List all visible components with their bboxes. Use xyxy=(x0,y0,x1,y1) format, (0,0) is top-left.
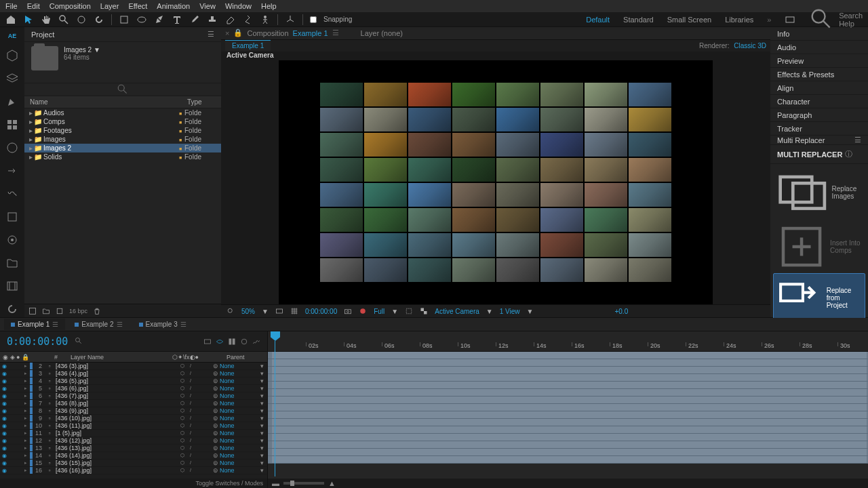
view-count[interactable]: 1 View xyxy=(500,308,520,315)
flowchart-icon[interactable] xyxy=(585,307,593,315)
zoom-level[interactable]: 50% xyxy=(241,308,255,315)
panel-character[interactable]: Character xyxy=(770,95,868,108)
resolution[interactable]: Full xyxy=(374,308,384,315)
trash-icon[interactable] xyxy=(93,307,101,315)
project-item-images[interactable]: ▸📁ImagesFolde xyxy=(24,135,221,144)
comp-breadcrumb-name[interactable]: Example 1 xyxy=(293,29,328,37)
grid-icon[interactable] xyxy=(5,118,19,131)
layer-row[interactable]: ◉▸13▫[436 (13).jpg]⬡/⊚None▾ xyxy=(0,445,267,452)
frame-blend-icon[interactable] xyxy=(228,337,236,346)
layer-row[interactable]: ◉▸15▫[436 (15).jpg]⬡/⊚None▾ xyxy=(0,460,267,467)
layer-row[interactable]: ◉▸8▫[436 (9).jpg]⬡/⊚None▾ xyxy=(0,407,267,415)
insert-into-comps-button[interactable]: Insert Into Comps xyxy=(777,220,861,273)
grid-toggle-icon[interactable] xyxy=(290,307,298,315)
link-icon[interactable] xyxy=(5,187,19,201)
region-icon[interactable] xyxy=(405,307,413,315)
composition-canvas[interactable] xyxy=(279,60,713,304)
channel-icon[interactable] xyxy=(359,307,367,315)
project-search[interactable] xyxy=(24,83,221,96)
workspace-standard[interactable]: Standard xyxy=(623,16,654,24)
time-ruler[interactable]: 02s04s06s08s10s12s14s16s18s20s22s24s26s2… xyxy=(268,342,868,352)
menu-window[interactable]: Window xyxy=(225,2,252,10)
col-name[interactable]: Name xyxy=(24,98,171,106)
layer-row[interactable]: ◉▸7▫[436 (8).jpg]⬡/⊚None▾ xyxy=(0,400,267,407)
text-tool-icon[interactable] xyxy=(172,14,182,25)
panel-effects---presets[interactable]: Effects & Presets xyxy=(770,68,868,81)
comp-mini-icon[interactable] xyxy=(203,337,212,346)
parent-col[interactable]: Parent xyxy=(226,354,267,361)
search-help[interactable]: Search Help xyxy=(809,7,863,33)
layer-row[interactable]: ◉▸12▫[436 (12).jpg]⬡/⊚None▾ xyxy=(0,437,267,445)
playhead[interactable] xyxy=(271,331,280,341)
hand-tool-icon[interactable] xyxy=(41,14,52,25)
bit-depth[interactable]: 16 bpc xyxy=(69,308,87,314)
snapping-checkbox[interactable] xyxy=(310,16,317,23)
panel-align[interactable]: Align xyxy=(770,81,868,95)
motion-blur-icon[interactable] xyxy=(240,337,248,346)
replace-images-button[interactable]: Replace Images xyxy=(777,165,861,220)
stamp-tool-icon[interactable] xyxy=(207,14,218,25)
layer-row[interactable]: ◉▸2▫[436 (3).jpg]⬡/⊚None▾ xyxy=(0,363,267,370)
exposure[interactable]: +0.0 xyxy=(614,308,628,315)
layer-row[interactable]: ◉▸11▫[1 (5).jpg]⬡/⊚None▾ xyxy=(0,430,267,437)
layer-row[interactable]: ◉▸5▫[436 (6).jpg]⬡/⊚None▾ xyxy=(0,385,267,392)
rect-tool-icon[interactable] xyxy=(119,14,130,25)
panel-tracker[interactable]: Tracker xyxy=(770,122,868,136)
orbit-tool-icon[interactable] xyxy=(76,14,87,25)
mag-icon[interactable] xyxy=(226,307,235,315)
timeline-tab-1[interactable]: Example 1☰ xyxy=(4,319,65,330)
zoom-in-icon[interactable]: ▲ xyxy=(328,479,336,487)
zoom-tool-icon[interactable] xyxy=(58,14,69,25)
layer-tab[interactable]: Layer (none) xyxy=(361,29,403,37)
renderer-value[interactable]: Classic 3D xyxy=(734,42,766,49)
fast-preview-icon[interactable] xyxy=(555,307,563,315)
folder-rail-icon[interactable] xyxy=(5,256,19,270)
timeline-tracks[interactable] xyxy=(268,352,868,479)
camera-select[interactable]: Active Camera xyxy=(435,308,479,315)
new-folder-icon[interactable] xyxy=(42,307,50,315)
timeline-search-icon[interactable] xyxy=(75,337,83,346)
new-comp-icon[interactable] xyxy=(56,307,64,315)
workspace-default[interactable]: Default xyxy=(586,16,610,24)
menu-help[interactable]: Help xyxy=(261,2,277,10)
layer-row[interactable]: ◉▸4▫[436 (5).jpg]⬡/⊚None▾ xyxy=(0,378,267,385)
snapshot-icon[interactable] xyxy=(344,307,352,315)
res-icon[interactable] xyxy=(275,307,283,315)
layer-row[interactable]: ◉▸10▫[436 (11).jpg]⬡/⊚None▾ xyxy=(0,422,267,430)
eraser-tool-icon[interactable] xyxy=(224,14,235,25)
col-type[interactable]: Type xyxy=(187,98,221,106)
panel-preview[interactable]: Preview xyxy=(770,54,868,68)
zoom-slider[interactable] xyxy=(283,482,324,485)
brush-tool-icon[interactable] xyxy=(189,14,200,25)
pixel-icon[interactable] xyxy=(540,307,548,315)
target-icon[interactable] xyxy=(5,233,19,247)
interpret-icon[interactable] xyxy=(28,307,37,315)
menu-view[interactable]: View xyxy=(199,2,216,10)
rotate-tool-icon[interactable] xyxy=(94,14,104,25)
workspace-small[interactable]: Small Screen xyxy=(667,16,711,24)
panel-paragraph[interactable]: Paragraph xyxy=(770,108,868,122)
project-item-comps[interactable]: ▸📁CompsFolde xyxy=(24,117,221,126)
current-timecode[interactable]: 0:00:00:00 xyxy=(7,336,68,348)
layers-icon[interactable] xyxy=(5,72,19,85)
toggle-switches[interactable]: Toggle Switches / Modes xyxy=(195,480,263,487)
zoom-out-icon[interactable]: ▬ xyxy=(272,479,279,487)
project-item-footages[interactable]: ▸📁FootagesFolde xyxy=(24,126,221,135)
workspace-libraries[interactable]: Libraries xyxy=(725,16,753,24)
layer-name-col[interactable]: Layer Name xyxy=(71,354,172,361)
timeline-icon[interactable] xyxy=(570,307,578,315)
film-icon[interactable] xyxy=(5,279,19,293)
layer-row[interactable]: ◉▸14▫[436 (14).jpg]⬡/⊚None▾ xyxy=(0,452,267,460)
pen-rail-icon[interactable] xyxy=(5,95,19,108)
replace-from-project-button[interactable]: Replace from Project xyxy=(773,273,865,323)
layer-row[interactable]: ◉▸9▫[436 (10).jpg]⬡/⊚None▾ xyxy=(0,415,267,422)
roto-tool-icon[interactable] xyxy=(242,14,253,25)
transparency-icon[interactable] xyxy=(420,307,428,315)
layer-row[interactable]: ◉▸6▫[436 (7).jpg]⬡/⊚None▾ xyxy=(0,392,267,400)
layer-row[interactable]: ◉▸16▫[436 (16).jpg]⬡/⊚None▾ xyxy=(0,467,267,474)
circle-icon[interactable] xyxy=(5,141,19,155)
timeline-tab-2[interactable]: Example 2☰ xyxy=(68,319,129,330)
project-item-solids[interactable]: ▸📁SolidsFolde xyxy=(24,152,221,161)
panel-menu-icon[interactable]: ☰ xyxy=(208,30,214,39)
project-item-images-2[interactable]: ▸📁Images 2Folde xyxy=(24,144,221,152)
